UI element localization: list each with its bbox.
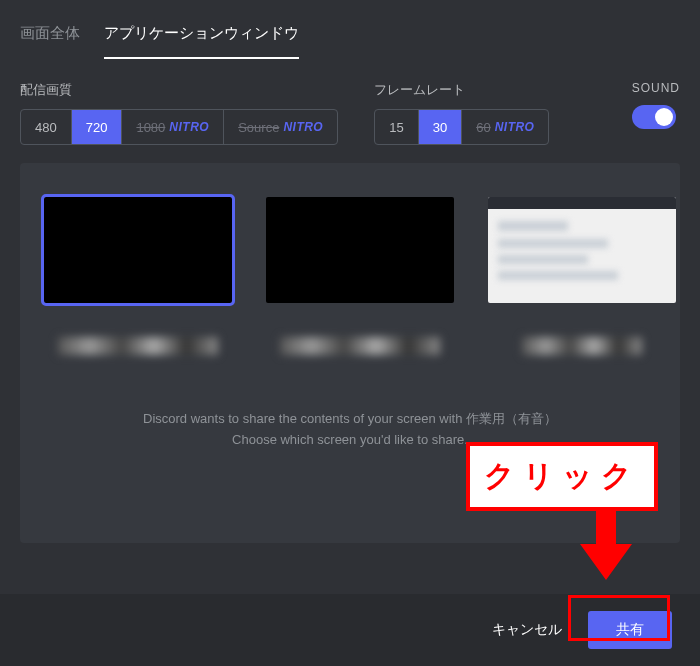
tab-application-window[interactable]: アプリケーションウィンドウ xyxy=(104,16,299,59)
framerate-group: フレームレート 15 30 60 NITRO xyxy=(374,81,549,145)
quality-1080-text: 1080 xyxy=(136,120,165,135)
quality-source-text: Source xyxy=(238,120,279,135)
framerate-60-text: 60 xyxy=(476,120,490,135)
window-thumbnail xyxy=(266,197,454,303)
quality-label: 配信画質 xyxy=(20,81,338,99)
nitro-icon: NITRO xyxy=(495,120,535,134)
nitro-icon: NITRO xyxy=(169,120,209,134)
framerate-30-button[interactable]: 30 xyxy=(419,110,462,144)
window-option-3[interactable] xyxy=(488,197,676,359)
annotation-click-label: クリック xyxy=(466,442,658,511)
quality-1080-button[interactable]: 1080 NITRO xyxy=(122,110,224,144)
sound-group: SOUND xyxy=(632,81,680,145)
quality-source-button[interactable]: Source NITRO xyxy=(224,110,337,144)
sound-label: SOUND xyxy=(632,81,680,95)
quality-group: 配信画質 480 720 1080 NITRO Source NITRO xyxy=(20,81,338,145)
tab-entire-screen[interactable]: 画面全体 xyxy=(20,16,80,59)
framerate-label: フレームレート xyxy=(374,81,549,99)
quality-720-button[interactable]: 720 xyxy=(72,110,123,144)
nitro-icon: NITRO xyxy=(283,120,323,134)
framerate-15-button[interactable]: 15 xyxy=(375,110,418,144)
window-name xyxy=(488,337,676,359)
window-thumbnail xyxy=(488,197,676,303)
share-button[interactable]: 共有 xyxy=(588,611,672,649)
source-tabs: 画面全体 アプリケーションウィンドウ xyxy=(20,16,680,59)
cancel-button[interactable]: キャンセル xyxy=(484,611,570,649)
dialog-footer: キャンセル 共有 xyxy=(0,594,700,666)
quality-480-button[interactable]: 480 xyxy=(21,110,72,144)
framerate-segmented: 15 30 60 NITRO xyxy=(374,109,549,145)
window-thumbnail xyxy=(44,197,232,303)
window-option-2[interactable] xyxy=(266,197,454,359)
window-option-1[interactable] xyxy=(44,197,232,359)
hint-line-1: Discord wants to share the contents of y… xyxy=(44,409,656,430)
framerate-60-button[interactable]: 60 NITRO xyxy=(462,110,548,144)
annotation-arrow-icon xyxy=(576,508,636,580)
toggle-knob xyxy=(655,108,673,126)
quality-segmented: 480 720 1080 NITRO Source NITRO xyxy=(20,109,338,145)
sound-toggle[interactable] xyxy=(632,105,676,129)
window-name xyxy=(266,337,454,359)
window-name xyxy=(44,337,232,359)
